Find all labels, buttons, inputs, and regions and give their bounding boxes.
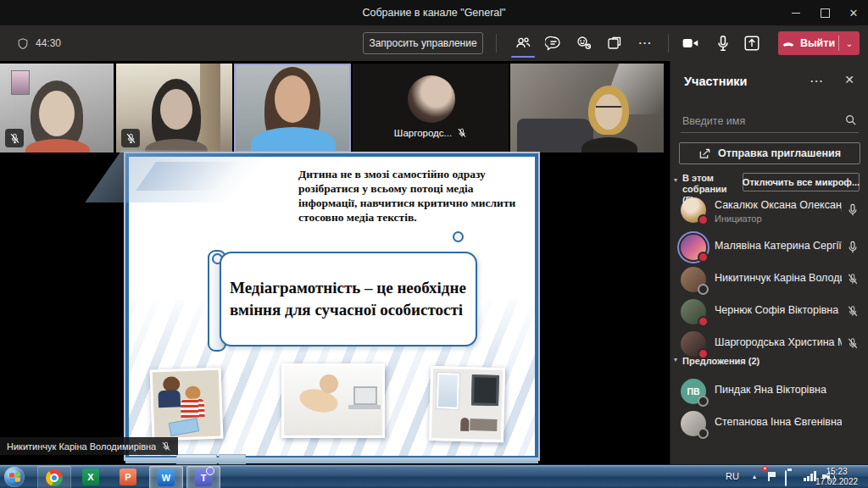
mic-off-icon[interactable] <box>847 273 859 286</box>
participant-name: Шаргородська Христина Мико... <box>715 336 842 348</box>
person-shirt <box>581 137 637 152</box>
participant-name: Степанова Інна Євгенівна <box>715 416 842 428</box>
participant-row[interactable]: Никитинчук Каріна Володимир... <box>670 264 868 297</box>
breakout-rooms-button[interactable] <box>604 33 626 53</box>
windows-logo-icon <box>9 472 20 482</box>
window-controls: ✕ <box>782 0 868 25</box>
taskbar-chrome-button[interactable] <box>37 466 71 488</box>
clipboard-tray-icon[interactable] <box>785 471 798 483</box>
video-tile-2[interactable] <box>116 64 232 152</box>
shield-icon <box>17 37 29 50</box>
participant-row[interactable]: Чернюк Софія Вікторівна <box>670 297 868 329</box>
more-icon: ⋯ <box>638 39 653 47</box>
reactions-button[interactable] <box>573 33 595 53</box>
participant-name: Никитинчук Каріна Володимир... <box>715 272 842 284</box>
reactions-icon <box>576 35 593 52</box>
chat-button[interactable] <box>542 33 565 53</box>
participant-row[interactable]: Сакалюк Оксана Олександрівна Инициатор <box>670 195 868 232</box>
scroll-body: Медіаграмотність – це необхідне вміння д… <box>220 252 477 347</box>
mic-button[interactable] <box>712 33 734 53</box>
clock-time: 15:23 <box>809 467 865 477</box>
participant-role: Инициатор <box>715 214 762 224</box>
mic-on-icon[interactable] <box>847 203 859 217</box>
meeting-control-bar: 44:30 Запросить управление ⋯ <box>0 25 868 61</box>
mic-off-icon <box>161 441 171 452</box>
person-shirt <box>251 127 336 152</box>
hangup-icon <box>782 38 795 48</box>
video-tile-1[interactable] <box>0 64 114 152</box>
panel-more-button[interactable]: ⋯ <box>810 73 824 89</box>
chevron-down-icon[interactable]: ▾ <box>674 356 677 363</box>
minimize-button[interactable] <box>782 0 810 25</box>
mute-all-button[interactable]: Отключить все микроф... <box>743 173 860 191</box>
slide-decoration <box>136 162 258 191</box>
status-offline-badge <box>698 428 709 439</box>
panel-close-button[interactable]: ✕ <box>844 73 854 86</box>
share-screen-icon <box>743 35 760 52</box>
chrome-icon <box>46 469 63 486</box>
audio-only-tile[interactable]: Шаргородс... <box>353 64 509 152</box>
mic-off-icon[interactable] <box>847 337 859 350</box>
windows-taskbar: X P W T RU ▴ ✕ 15:23 17.02.2022 <box>0 464 868 488</box>
participant-row[interactable]: Степанова Інна Євгенівна <box>670 408 868 441</box>
leave-options-button[interactable]: ⌄ <box>839 39 860 48</box>
participant-name: Сакалюк Оксана Олександрівна <box>715 199 842 211</box>
participant-name: Пиндак Яна Вікторівна <box>715 384 842 396</box>
meeting-timer: 44:30 <box>17 25 61 61</box>
in-meeting-section-header: ▾ В этом собрании (5) Отключить все микр… <box>670 173 868 195</box>
taskbar-teams-button[interactable]: T <box>186 466 220 488</box>
video-tile-3-active-speaker[interactable] <box>234 64 351 152</box>
language-indicator[interactable]: RU <box>726 471 739 481</box>
close-button[interactable]: ✕ <box>839 0 868 25</box>
leave-main[interactable]: Выйти <box>778 37 838 49</box>
mic-on-icon[interactable] <box>847 241 859 254</box>
maximize-icon <box>821 8 830 18</box>
taskbar-clock[interactable]: 15:23 17.02.2022 <box>809 467 865 487</box>
send-invite-button[interactable]: Отправка приглашения <box>679 142 860 164</box>
suggestions-label: Предложения (2) <box>682 356 760 366</box>
title-bar: Собрание в канале "General" ✕ <box>0 0 868 25</box>
status-busy-badge <box>698 252 709 263</box>
hidden-icons-button[interactable]: ▴ <box>753 473 756 480</box>
participant-row[interactable]: ПВ Пиндак Яна Вікторівна <box>670 376 868 408</box>
status-busy-badge <box>698 316 709 327</box>
taskbar-excel-button[interactable]: X <box>75 466 107 488</box>
minimize-icon <box>792 13 800 14</box>
avatar <box>408 75 455 123</box>
glasses <box>596 106 621 113</box>
participants-panel: Участники ⋯ ✕ Отправка приглашения ▾ В э… <box>670 61 868 464</box>
mic-off-icon[interactable] <box>847 305 859 318</box>
leave-label: Выйти <box>800 37 835 49</box>
panel-title: Участники <box>684 75 748 88</box>
search-input[interactable] <box>681 110 837 132</box>
taskbar-word-button[interactable]: W <box>149 466 183 488</box>
video-tile-5[interactable] <box>510 64 664 152</box>
background-door <box>200 64 220 152</box>
active-tool-underline <box>511 56 535 58</box>
wall-photo <box>11 70 30 95</box>
action-center-flag-icon[interactable]: ✕ <box>766 471 780 483</box>
share-button[interactable] <box>741 33 763 53</box>
clock-date: 17.02.2022 <box>809 477 865 487</box>
status-offline-badge <box>698 396 709 407</box>
maximize-button[interactable] <box>810 0 839 25</box>
more-actions-button[interactable]: ⋯ <box>634 33 656 53</box>
status-busy-badge <box>698 214 709 225</box>
search-icon <box>844 114 857 126</box>
participants-toggle-button[interactable] <box>512 33 534 53</box>
meeting-stage: Шаргородс... Дитина не в змозі самостійн… <box>0 61 670 464</box>
excel-icon: X <box>82 469 99 485</box>
background-window-edge <box>125 458 538 463</box>
toolbar-divider <box>668 34 669 53</box>
participant-row[interactable]: Малявіна Катерина Сергіївна <box>670 232 868 264</box>
start-button[interactable] <box>4 467 25 487</box>
chevron-down-icon: ⌄ <box>846 39 853 48</box>
leave-button[interactable]: Выйти ⌄ <box>778 31 860 55</box>
participant-name: Чернюк Софія Вікторівна <box>715 304 842 316</box>
request-control-button[interactable]: Запросить управление <box>363 32 483 54</box>
chevron-down-icon[interactable]: ▾ <box>674 176 677 184</box>
camera-button[interactable] <box>680 33 702 53</box>
camera-icon <box>682 35 700 52</box>
taskbar-powerpoint-button[interactable]: P <box>112 466 144 488</box>
person-face <box>275 75 310 123</box>
